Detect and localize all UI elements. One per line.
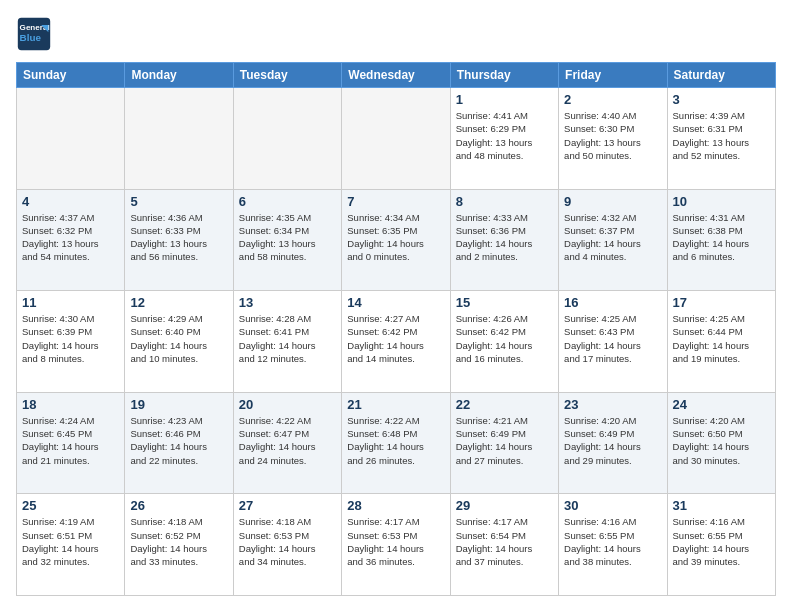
day-info: Sunrise: 4:41 AM Sunset: 6:29 PM Dayligh… xyxy=(456,109,553,162)
day-info: Sunrise: 4:27 AM Sunset: 6:42 PM Dayligh… xyxy=(347,312,444,365)
day-number: 6 xyxy=(239,194,336,209)
day-number: 10 xyxy=(673,194,770,209)
day-number: 30 xyxy=(564,498,661,513)
weekday-header-monday: Monday xyxy=(125,63,233,88)
calendar-cell: 1Sunrise: 4:41 AM Sunset: 6:29 PM Daylig… xyxy=(450,88,558,190)
calendar-cell: 10Sunrise: 4:31 AM Sunset: 6:38 PM Dayli… xyxy=(667,189,775,291)
weekday-header-thursday: Thursday xyxy=(450,63,558,88)
day-info: Sunrise: 4:33 AM Sunset: 6:36 PM Dayligh… xyxy=(456,211,553,264)
calendar-table: SundayMondayTuesdayWednesdayThursdayFrid… xyxy=(16,62,776,596)
svg-text:Blue: Blue xyxy=(20,32,42,43)
calendar-cell xyxy=(233,88,341,190)
weekday-header-tuesday: Tuesday xyxy=(233,63,341,88)
day-info: Sunrise: 4:22 AM Sunset: 6:48 PM Dayligh… xyxy=(347,414,444,467)
day-info: Sunrise: 4:34 AM Sunset: 6:35 PM Dayligh… xyxy=(347,211,444,264)
day-info: Sunrise: 4:37 AM Sunset: 6:32 PM Dayligh… xyxy=(22,211,119,264)
day-info: Sunrise: 4:17 AM Sunset: 6:53 PM Dayligh… xyxy=(347,515,444,568)
day-number: 25 xyxy=(22,498,119,513)
header: General Blue xyxy=(16,16,776,52)
day-number: 27 xyxy=(239,498,336,513)
day-number: 9 xyxy=(564,194,661,209)
day-info: Sunrise: 4:21 AM Sunset: 6:49 PM Dayligh… xyxy=(456,414,553,467)
day-info: Sunrise: 4:20 AM Sunset: 6:50 PM Dayligh… xyxy=(673,414,770,467)
day-info: Sunrise: 4:24 AM Sunset: 6:45 PM Dayligh… xyxy=(22,414,119,467)
calendar-cell xyxy=(17,88,125,190)
weekday-header-friday: Friday xyxy=(559,63,667,88)
calendar-cell: 26Sunrise: 4:18 AM Sunset: 6:52 PM Dayli… xyxy=(125,494,233,596)
day-number: 18 xyxy=(22,397,119,412)
day-info: Sunrise: 4:35 AM Sunset: 6:34 PM Dayligh… xyxy=(239,211,336,264)
day-info: Sunrise: 4:26 AM Sunset: 6:42 PM Dayligh… xyxy=(456,312,553,365)
calendar-cell: 9Sunrise: 4:32 AM Sunset: 6:37 PM Daylig… xyxy=(559,189,667,291)
calendar-cell: 28Sunrise: 4:17 AM Sunset: 6:53 PM Dayli… xyxy=(342,494,450,596)
logo: General Blue xyxy=(16,16,56,52)
day-number: 1 xyxy=(456,92,553,107)
calendar-cell: 18Sunrise: 4:24 AM Sunset: 6:45 PM Dayli… xyxy=(17,392,125,494)
weekday-header-saturday: Saturday xyxy=(667,63,775,88)
calendar-cell: 5Sunrise: 4:36 AM Sunset: 6:33 PM Daylig… xyxy=(125,189,233,291)
day-number: 26 xyxy=(130,498,227,513)
week-row-2: 4Sunrise: 4:37 AM Sunset: 6:32 PM Daylig… xyxy=(17,189,776,291)
calendar-cell: 14Sunrise: 4:27 AM Sunset: 6:42 PM Dayli… xyxy=(342,291,450,393)
day-info: Sunrise: 4:25 AM Sunset: 6:44 PM Dayligh… xyxy=(673,312,770,365)
day-info: Sunrise: 4:31 AM Sunset: 6:38 PM Dayligh… xyxy=(673,211,770,264)
calendar-cell: 7Sunrise: 4:34 AM Sunset: 6:35 PM Daylig… xyxy=(342,189,450,291)
day-number: 29 xyxy=(456,498,553,513)
week-row-3: 11Sunrise: 4:30 AM Sunset: 6:39 PM Dayli… xyxy=(17,291,776,393)
week-row-5: 25Sunrise: 4:19 AM Sunset: 6:51 PM Dayli… xyxy=(17,494,776,596)
day-number: 11 xyxy=(22,295,119,310)
day-info: Sunrise: 4:28 AM Sunset: 6:41 PM Dayligh… xyxy=(239,312,336,365)
day-number: 3 xyxy=(673,92,770,107)
day-number: 21 xyxy=(347,397,444,412)
day-number: 12 xyxy=(130,295,227,310)
calendar-cell: 30Sunrise: 4:16 AM Sunset: 6:55 PM Dayli… xyxy=(559,494,667,596)
day-number: 19 xyxy=(130,397,227,412)
calendar-cell: 8Sunrise: 4:33 AM Sunset: 6:36 PM Daylig… xyxy=(450,189,558,291)
day-number: 2 xyxy=(564,92,661,107)
day-info: Sunrise: 4:39 AM Sunset: 6:31 PM Dayligh… xyxy=(673,109,770,162)
day-info: Sunrise: 4:29 AM Sunset: 6:40 PM Dayligh… xyxy=(130,312,227,365)
day-info: Sunrise: 4:30 AM Sunset: 6:39 PM Dayligh… xyxy=(22,312,119,365)
day-number: 17 xyxy=(673,295,770,310)
calendar-cell: 20Sunrise: 4:22 AM Sunset: 6:47 PM Dayli… xyxy=(233,392,341,494)
day-info: Sunrise: 4:19 AM Sunset: 6:51 PM Dayligh… xyxy=(22,515,119,568)
day-info: Sunrise: 4:36 AM Sunset: 6:33 PM Dayligh… xyxy=(130,211,227,264)
calendar-cell: 21Sunrise: 4:22 AM Sunset: 6:48 PM Dayli… xyxy=(342,392,450,494)
day-number: 23 xyxy=(564,397,661,412)
day-info: Sunrise: 4:18 AM Sunset: 6:52 PM Dayligh… xyxy=(130,515,227,568)
day-number: 22 xyxy=(456,397,553,412)
calendar-cell: 6Sunrise: 4:35 AM Sunset: 6:34 PM Daylig… xyxy=(233,189,341,291)
day-number: 16 xyxy=(564,295,661,310)
calendar-cell: 3Sunrise: 4:39 AM Sunset: 6:31 PM Daylig… xyxy=(667,88,775,190)
calendar-cell: 23Sunrise: 4:20 AM Sunset: 6:49 PM Dayli… xyxy=(559,392,667,494)
calendar-cell: 12Sunrise: 4:29 AM Sunset: 6:40 PM Dayli… xyxy=(125,291,233,393)
calendar-cell: 25Sunrise: 4:19 AM Sunset: 6:51 PM Dayli… xyxy=(17,494,125,596)
week-row-4: 18Sunrise: 4:24 AM Sunset: 6:45 PM Dayli… xyxy=(17,392,776,494)
calendar-cell xyxy=(125,88,233,190)
day-number: 8 xyxy=(456,194,553,209)
calendar-cell: 16Sunrise: 4:25 AM Sunset: 6:43 PM Dayli… xyxy=(559,291,667,393)
calendar-cell: 2Sunrise: 4:40 AM Sunset: 6:30 PM Daylig… xyxy=(559,88,667,190)
day-info: Sunrise: 4:25 AM Sunset: 6:43 PM Dayligh… xyxy=(564,312,661,365)
day-info: Sunrise: 4:18 AM Sunset: 6:53 PM Dayligh… xyxy=(239,515,336,568)
calendar-cell: 11Sunrise: 4:30 AM Sunset: 6:39 PM Dayli… xyxy=(17,291,125,393)
day-info: Sunrise: 4:17 AM Sunset: 6:54 PM Dayligh… xyxy=(456,515,553,568)
day-number: 5 xyxy=(130,194,227,209)
weekday-header-sunday: Sunday xyxy=(17,63,125,88)
calendar-cell: 19Sunrise: 4:23 AM Sunset: 6:46 PM Dayli… xyxy=(125,392,233,494)
calendar-cell: 15Sunrise: 4:26 AM Sunset: 6:42 PM Dayli… xyxy=(450,291,558,393)
page: General Blue SundayMondayTuesdayWednesda… xyxy=(0,0,792,612)
calendar-cell: 4Sunrise: 4:37 AM Sunset: 6:32 PM Daylig… xyxy=(17,189,125,291)
day-number: 13 xyxy=(239,295,336,310)
week-row-1: 1Sunrise: 4:41 AM Sunset: 6:29 PM Daylig… xyxy=(17,88,776,190)
calendar-cell: 31Sunrise: 4:16 AM Sunset: 6:55 PM Dayli… xyxy=(667,494,775,596)
calendar-cell: 13Sunrise: 4:28 AM Sunset: 6:41 PM Dayli… xyxy=(233,291,341,393)
weekday-header-wednesday: Wednesday xyxy=(342,63,450,88)
day-number: 15 xyxy=(456,295,553,310)
day-info: Sunrise: 4:20 AM Sunset: 6:49 PM Dayligh… xyxy=(564,414,661,467)
day-info: Sunrise: 4:22 AM Sunset: 6:47 PM Dayligh… xyxy=(239,414,336,467)
calendar-cell: 27Sunrise: 4:18 AM Sunset: 6:53 PM Dayli… xyxy=(233,494,341,596)
day-number: 14 xyxy=(347,295,444,310)
day-number: 20 xyxy=(239,397,336,412)
day-number: 7 xyxy=(347,194,444,209)
